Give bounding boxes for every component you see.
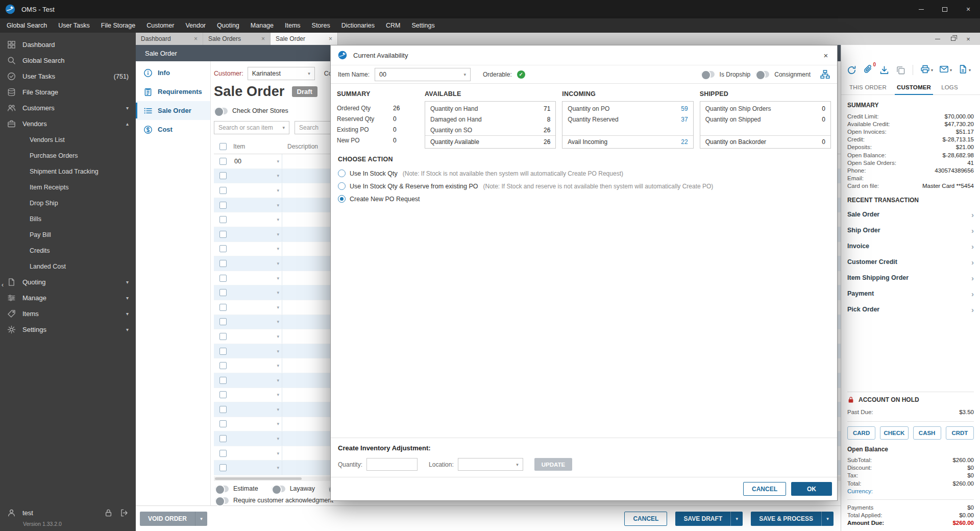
dialog-cancel-button[interactable]: CANCEL bbox=[743, 482, 786, 496]
sidebar-item[interactable]: Global Search bbox=[0, 53, 136, 68]
chevron-down-icon[interactable]: ▾ bbox=[277, 173, 279, 178]
panel-tab[interactable]: CUSTOMER bbox=[892, 80, 936, 94]
sidebar-item[interactable]: Vendors ▴ bbox=[0, 116, 136, 132]
sidebar-item[interactable]: Vendors List bbox=[0, 132, 136, 148]
save-process-button[interactable]: SAVE & PROCESS ▾ bbox=[751, 512, 834, 526]
row-checkbox[interactable] bbox=[219, 406, 227, 413]
chevron-down-icon[interactable]: ▾ bbox=[277, 261, 279, 266]
toggle-switch[interactable] bbox=[215, 486, 229, 492]
chevron-down-icon[interactable]: ▾ bbox=[277, 378, 279, 383]
item-search-input[interactable] bbox=[218, 124, 279, 131]
order-type-toggle[interactable]: Layaway bbox=[272, 485, 315, 492]
tab-close-icon[interactable]: × bbox=[323, 35, 332, 42]
payment-method-button[interactable]: CHECK bbox=[880, 426, 908, 440]
chevron-down-icon[interactable]: ▾ bbox=[277, 334, 279, 339]
toggle-switch[interactable] bbox=[272, 486, 285, 492]
location-select[interactable]: ▾ bbox=[458, 458, 523, 471]
row-checkbox[interactable] bbox=[219, 318, 227, 325]
minimize-button[interactable] bbox=[910, 0, 933, 18]
row-checkbox[interactable] bbox=[219, 158, 227, 165]
row-checkbox[interactable] bbox=[219, 231, 227, 238]
row-checkbox[interactable] bbox=[219, 260, 227, 267]
order-type-toggle[interactable]: Estimate bbox=[215, 485, 258, 492]
radio-icon[interactable] bbox=[338, 195, 346, 203]
logout-icon[interactable] bbox=[120, 509, 129, 517]
save-process-dropdown[interactable]: ▾ bbox=[821, 512, 834, 526]
radio-icon[interactable] bbox=[338, 170, 346, 177]
chevron-down-icon[interactable]: ▾ bbox=[277, 319, 279, 324]
action-radio-option[interactable]: Create New PO Request bbox=[338, 192, 830, 205]
payment-method-button[interactable]: CARD bbox=[847, 426, 875, 440]
consignment-toggle[interactable] bbox=[755, 71, 769, 78]
menu-item[interactable]: Customer bbox=[141, 18, 180, 33]
sidebar-item[interactable]: Landed Cost bbox=[0, 258, 136, 274]
transaction-link[interactable]: Sale Order › bbox=[847, 207, 974, 223]
row-checkbox[interactable] bbox=[219, 420, 227, 427]
chevron-down-icon[interactable]: ▾ bbox=[277, 305, 279, 310]
sidebar-item[interactable]: Pay Bill bbox=[0, 227, 136, 243]
item-name-select[interactable]: 00 ▾ bbox=[375, 68, 471, 81]
void-order-button[interactable]: VOID ORDER ▾ bbox=[140, 512, 207, 526]
transaction-link[interactable]: Pick Order › bbox=[847, 302, 974, 318]
row-checkbox[interactable] bbox=[219, 187, 227, 194]
chevron-down-icon[interactable]: ▾ bbox=[282, 125, 285, 130]
row-checkbox[interactable] bbox=[219, 391, 227, 398]
sidebar-item[interactable]: Drop Ship bbox=[0, 195, 136, 211]
row-checkbox[interactable] bbox=[219, 216, 227, 223]
row-checkbox[interactable] bbox=[219, 289, 227, 296]
scrollbar-thumb[interactable] bbox=[215, 477, 302, 480]
copy-icon[interactable] bbox=[895, 65, 905, 75]
subnav-item[interactable]: Sale Order bbox=[136, 101, 210, 120]
item-search-combo[interactable]: ▾ bbox=[214, 121, 289, 134]
payment-method-button[interactable]: CRDT bbox=[946, 426, 974, 440]
chevron-down-icon[interactable]: ▾ bbox=[277, 436, 279, 441]
row-checkbox[interactable] bbox=[219, 464, 227, 471]
subnav-item[interactable]: Info bbox=[136, 63, 210, 82]
quantity-row[interactable]: Quantity on PO 59 bbox=[562, 103, 693, 114]
sidebar-item[interactable]: Settings ▾ bbox=[0, 322, 136, 337]
refresh-icon[interactable] bbox=[846, 65, 856, 75]
menu-item[interactable]: Global Search bbox=[1, 18, 53, 33]
row-checkbox[interactable] bbox=[219, 450, 227, 457]
transaction-link[interactable]: Ship Order › bbox=[847, 223, 974, 238]
sidebar-item[interactable]: Credits bbox=[0, 243, 136, 258]
sidebar-item[interactable]: User Tasks (751) bbox=[0, 68, 136, 84]
radio-icon[interactable] bbox=[338, 182, 346, 190]
sidebar-item[interactable]: Dashboard bbox=[0, 37, 136, 53]
column-header-item[interactable]: Item bbox=[232, 143, 282, 150]
sidebar-item[interactable]: File Storage bbox=[0, 84, 136, 100]
sidebar-collapse-icon[interactable]: ‹ bbox=[0, 278, 5, 292]
row-checkbox[interactable] bbox=[219, 435, 227, 442]
document-tab[interactable]: Dashboard × bbox=[136, 33, 203, 45]
select-all-checkbox[interactable] bbox=[219, 143, 227, 150]
subnav-item[interactable]: Cost bbox=[136, 120, 210, 139]
is-dropship-toggle[interactable] bbox=[701, 71, 715, 78]
sidebar-item[interactable]: Bills bbox=[0, 211, 136, 227]
row-checkbox[interactable] bbox=[219, 202, 227, 209]
export-button[interactable]: ▾ bbox=[958, 64, 971, 76]
download-icon[interactable] bbox=[879, 65, 889, 75]
chevron-down-icon[interactable]: ▾ bbox=[277, 451, 279, 456]
customer-select[interactable]: Karinatest ▾ bbox=[248, 67, 315, 80]
sidebar-item[interactable]: Shipment Load Tracking bbox=[0, 163, 136, 179]
sidebar-item[interactable]: Manage ▾ bbox=[0, 290, 136, 306]
save-draft-button[interactable]: SAVE DRAFT ▾ bbox=[675, 512, 743, 526]
menu-item[interactable]: Settings bbox=[406, 18, 440, 33]
chevron-down-icon[interactable]: ▾ bbox=[277, 276, 279, 281]
dialog-ok-button[interactable]: OK bbox=[791, 482, 832, 496]
action-radio-option[interactable]: Use In Stock Qty & Reserve from existing… bbox=[338, 180, 830, 192]
require-acknowledgment-toggle[interactable] bbox=[215, 497, 229, 504]
chevron-down-icon[interactable]: ▾ bbox=[277, 232, 279, 237]
quantity-input[interactable] bbox=[366, 458, 418, 471]
update-button[interactable]: UPDATE bbox=[534, 458, 572, 471]
transaction-link[interactable]: Customer Credit › bbox=[847, 254, 974, 270]
menu-item[interactable]: Items bbox=[279, 18, 306, 33]
chevron-down-icon[interactable]: ▾ bbox=[277, 465, 279, 470]
chevron-down-icon[interactable]: ▾ bbox=[277, 159, 279, 164]
row-checkbox[interactable] bbox=[219, 275, 227, 282]
lock-icon[interactable] bbox=[104, 509, 113, 517]
row-checkbox[interactable] bbox=[219, 304, 227, 311]
dialog-close-button[interactable]: × bbox=[815, 45, 837, 65]
mdi-restore-button[interactable] bbox=[945, 33, 961, 45]
sidebar-item[interactable]: Purchase Orders bbox=[0, 148, 136, 163]
